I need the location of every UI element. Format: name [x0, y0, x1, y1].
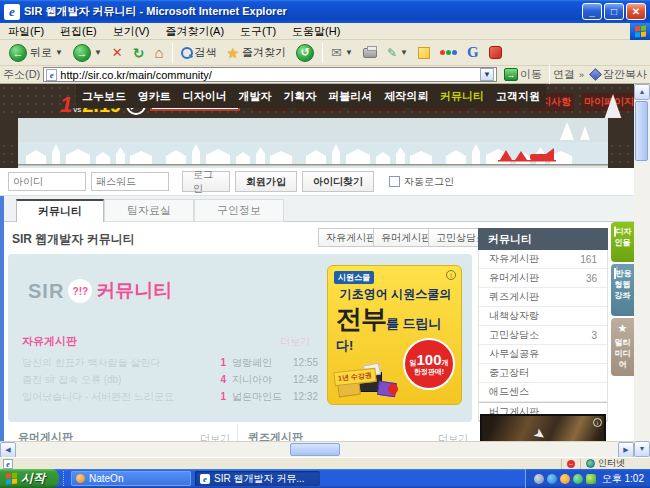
history-button[interactable]: ↺: [291, 42, 319, 64]
address-dropdown-icon[interactable]: ▼: [480, 68, 494, 81]
mail-dropdown-icon[interactable]: ▼: [345, 48, 353, 57]
refresh-button[interactable]: ↻: [128, 42, 150, 64]
home-button[interactable]: ⌂: [149, 42, 168, 64]
post-title[interactable]: 일어났습니다 - 서버완전 느리군요: [22, 390, 212, 404]
menu-file[interactable]: 파일(F): [0, 24, 52, 39]
color-addon-button[interactable]: [435, 42, 462, 64]
post-row[interactable]: 당신의 한표가 백사람을 살린다 1 명랑페인 12:55: [22, 354, 318, 371]
mail-button[interactable]: ✉ ▼: [326, 42, 358, 64]
tray-icon-1[interactable]: [534, 474, 544, 484]
nav-left-margin: [0, 118, 18, 142]
sidebar-item-humor-board[interactable]: 유머게시판36: [479, 269, 607, 288]
free-board-more-link[interactable]: 더보기: [280, 335, 310, 349]
tray-icon-3[interactable]: [560, 474, 570, 484]
sidebar-ad-thumbnail[interactable]: i ➤: [480, 414, 606, 441]
menu-tools[interactable]: 도구(T): [232, 24, 284, 39]
sidebar-item-office-share[interactable]: 사무실공유: [479, 345, 607, 364]
village-left-margin: [0, 142, 18, 168]
nav-support[interactable]: 고객지원: [496, 89, 540, 104]
free-board-title[interactable]: 자유게시판: [22, 334, 77, 349]
task-nateon[interactable]: NateOn: [71, 471, 191, 486]
thumbnail-info-icon[interactable]: i: [593, 418, 602, 427]
nav-publisher[interactable]: 퍼블리셔: [328, 89, 372, 104]
forward-dropdown-icon[interactable]: ▼: [94, 48, 102, 57]
minimize-button[interactable]: _: [582, 3, 602, 20]
tray-icon-5[interactable]: [586, 474, 596, 484]
nav-community-active[interactable]: 커뮤니티: [440, 89, 484, 104]
forward-button[interactable]: → ▼: [68, 42, 107, 64]
vertical-scrollbar[interactable]: ▲ ▼: [634, 84, 650, 457]
nav-request[interactable]: 제작의뢰: [384, 89, 428, 104]
scroll-left-button[interactable]: ◀: [0, 442, 16, 458]
quiz-board-more-link[interactable]: 더보기: [438, 432, 468, 441]
nav-developer[interactable]: 개발자: [239, 89, 272, 104]
humor-board-section-title[interactable]: 유머게시판: [18, 430, 73, 441]
tray-icon-4[interactable]: [573, 474, 583, 484]
google-toolbar-button[interactable]: G: [462, 42, 484, 64]
nav-designer[interactable]: 디자이너: [183, 89, 227, 104]
menu-edit[interactable]: 편집(E): [52, 24, 105, 39]
scroll-down-button[interactable]: ▼: [634, 441, 650, 457]
humor-board-more-link[interactable]: 더보기: [200, 432, 230, 441]
horizontal-scrollbar[interactable]: ◀ ▶: [0, 441, 634, 457]
ad-headline: 기초영어 시원스쿨의: [328, 286, 462, 303]
tray-icon-2[interactable]: [547, 474, 557, 484]
tab-community[interactable]: 커뮤니티: [16, 199, 104, 222]
address-input[interactable]: [60, 69, 480, 81]
sidebar-item-my-desk[interactable]: 내책상자랑: [479, 307, 607, 326]
sidebar-item-used-market[interactable]: 중고장터: [479, 364, 607, 383]
edge-badge-design-mall[interactable]: 디자인몰: [611, 222, 634, 262]
find-id-button[interactable]: 아이디찾기: [302, 171, 374, 192]
nav-gnuboard[interactable]: 그누보드: [82, 89, 126, 104]
edit-button[interactable]: ✎ ▼: [382, 42, 413, 64]
tab-job-info[interactable]: 구인정보: [194, 199, 284, 222]
edge-badge-multimedia[interactable]: ★ 멀티 미디어: [611, 318, 634, 376]
quiz-board-section-title[interactable]: 퀴즈게시판: [248, 430, 303, 441]
post-title[interactable]: 당신의 한표가 백사람을 살린다: [22, 356, 212, 370]
address-field[interactable]: e ▼: [43, 67, 497, 82]
vertical-scroll-thumb[interactable]: [635, 101, 648, 161]
sidebar-item-quiz-board[interactable]: 퀴즈게시판: [479, 288, 607, 307]
sidebar-item-counsel[interactable]: 고민상담소3: [479, 326, 607, 345]
task-ie-active[interactable]: e SIR 웹개발자 커뮤...: [195, 471, 320, 486]
note-addon-button[interactable]: [413, 42, 435, 64]
stop-button[interactable]: ✕: [107, 42, 128, 64]
login-button[interactable]: 로그인: [182, 171, 230, 192]
back-dropdown-icon[interactable]: ▼: [55, 48, 63, 57]
ad-banner[interactable]: 시원스쿨 i 기초영어 시원스쿨의 전부 를 드립니다! 일100개 한정판매!…: [327, 265, 462, 405]
favorites-button[interactable]: ★ 즐겨찾기: [222, 42, 292, 64]
menu-view[interactable]: 보기(V): [105, 24, 158, 39]
links-chevron-icon[interactable]: »: [579, 70, 584, 80]
menu-help[interactable]: 도움말(H): [284, 24, 348, 39]
edit-dropdown-icon[interactable]: ▼: [400, 48, 408, 57]
horizontal-scroll-thumb[interactable]: [290, 443, 340, 456]
auto-login-checkbox[interactable]: [389, 176, 400, 187]
user-id-input[interactable]: [8, 172, 86, 191]
red-app-icon: [489, 46, 502, 59]
tab-team-resources[interactable]: 팀자료실: [104, 199, 194, 222]
start-button[interactable]: 시작: [0, 469, 59, 488]
search-button[interactable]: 검색: [176, 42, 222, 64]
nav-planner[interactable]: 기획자: [283, 89, 316, 104]
password-input[interactable]: [91, 172, 169, 191]
red-addon-button[interactable]: [484, 42, 507, 64]
scroll-right-button[interactable]: ▶: [618, 442, 634, 458]
print-button[interactable]: [358, 42, 382, 64]
back-button[interactable]: ← 뒤로 ▼: [4, 42, 68, 64]
snapcopy-label[interactable]: 잠깐복사: [603, 67, 647, 82]
go-button[interactable]: → 이동: [500, 67, 546, 82]
menu-favorites[interactable]: 즐겨찾기(A): [157, 24, 232, 39]
close-button[interactable]: ✕: [626, 3, 646, 20]
post-row[interactable]: 좀전 sir 접속 오류 (db) 4 지니아야 12:48: [22, 371, 318, 388]
post-row[interactable]: 일어났습니다 - 서버완전 느리군요 1 넓은마인드 12:32: [22, 388, 318, 405]
join-button[interactable]: 회원가입: [235, 171, 297, 192]
scroll-up-button[interactable]: ▲: [634, 84, 650, 100]
edge-badge-responsive-course[interactable]: 반응형웹 강좌: [611, 264, 634, 316]
post-title[interactable]: 좀전 sir 접속 오류 (db): [22, 373, 212, 387]
links-label[interactable]: 연결: [553, 67, 575, 82]
sidebar-item-free-board[interactable]: 자유게시판161: [479, 250, 607, 269]
maximize-button[interactable]: □: [604, 3, 624, 20]
nav-youngcart[interactable]: 영카트: [138, 89, 171, 104]
ad-info-icon[interactable]: i: [446, 270, 456, 280]
sidebar-item-adsense[interactable]: 애드센스: [479, 383, 607, 402]
